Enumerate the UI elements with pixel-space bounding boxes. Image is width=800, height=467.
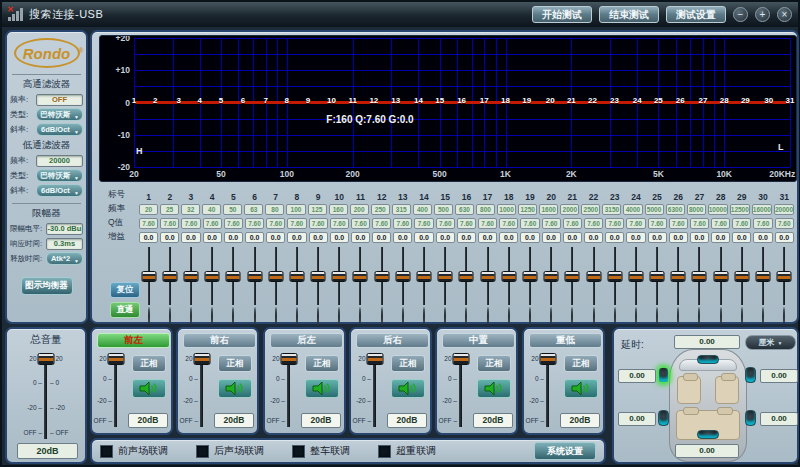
band-freq-field[interactable]: 50: [223, 204, 242, 215]
band-freq-field[interactable]: 16000: [752, 204, 772, 215]
slider-knob[interactable]: [226, 271, 241, 282]
channel-gain-field[interactable]: 20dB: [387, 413, 427, 428]
slider-knob[interactable]: [628, 271, 643, 282]
band-q-field[interactable]: 7.60: [669, 218, 688, 229]
band-gain-field[interactable]: 0.0: [520, 232, 539, 243]
band-point-31[interactable]: 31: [786, 96, 795, 105]
band-gain-field[interactable]: 0.0: [181, 232, 200, 243]
band-gain-field[interactable]: 0.0: [690, 232, 709, 243]
band-point-19[interactable]: 19: [522, 96, 531, 105]
channel-select-3[interactable]: 后左: [270, 333, 343, 348]
band-freq-field[interactable]: 200: [350, 204, 369, 215]
eq-bypass-button[interactable]: 直通: [110, 302, 140, 318]
band-point-29[interactable]: 29: [741, 96, 750, 105]
band-point-4[interactable]: 4: [198, 96, 202, 105]
band-freq-field[interactable]: 125: [308, 204, 327, 215]
band-slider-28[interactable]: [710, 247, 731, 309]
slider-knob[interactable]: [540, 353, 557, 365]
band-freq-field[interactable]: 250: [371, 204, 390, 215]
band-point-21[interactable]: 21: [567, 96, 576, 105]
hpf-slope-dropdown[interactable]: 6dB/Oct▼: [36, 123, 83, 136]
slider-knob[interactable]: [162, 271, 177, 282]
slider-knob[interactable]: [501, 271, 516, 282]
band-point-14[interactable]: 14: [414, 96, 423, 105]
limiter-release-dropdown[interactable]: Atk*2▼: [46, 252, 83, 265]
front-left-speaker-icon[interactable]: [658, 367, 669, 383]
band-point-2[interactable]: 2: [153, 96, 157, 105]
rear-center-delay-field[interactable]: 0.00: [675, 444, 739, 458]
band-slider-10[interactable]: [329, 247, 350, 309]
slider-knob[interactable]: [205, 271, 220, 282]
band-q-field[interactable]: 7.60: [711, 218, 730, 229]
band-gain-field[interactable]: 0.0: [203, 232, 222, 243]
front-left-delay-field[interactable]: 0.00: [618, 369, 656, 383]
channel-mute-button[interactable]: [305, 379, 339, 398]
band-slider-15[interactable]: [435, 247, 456, 309]
band-q-field[interactable]: 7.60: [245, 218, 264, 229]
band-gain-field[interactable]: 0.0: [669, 232, 688, 243]
band-point-3[interactable]: 3: [176, 96, 180, 105]
band-point-12[interactable]: 12: [369, 96, 378, 105]
band-slider-20[interactable]: [541, 247, 562, 309]
channel-mute-button[interactable]: [132, 379, 166, 398]
front-center-speaker-icon[interactable]: [697, 355, 719, 364]
channel-gain-field[interactable]: 20dB: [128, 413, 168, 428]
band-q-field[interactable]: 7.60: [436, 218, 455, 229]
band-point-28[interactable]: 28: [720, 96, 729, 105]
band-q-field[interactable]: 7.60: [351, 218, 370, 229]
band-gain-field[interactable]: 0.0: [414, 232, 433, 243]
hpf-freq-field[interactable]: OFF: [36, 94, 83, 106]
band-gain-field[interactable]: 0.0: [393, 232, 412, 243]
channel-gain-field[interactable]: 20dB: [473, 413, 513, 428]
slider-knob[interactable]: [692, 271, 707, 282]
band-freq-field[interactable]: 32: [181, 204, 200, 215]
band-slider-18[interactable]: [498, 247, 519, 309]
band-slider-30[interactable]: [752, 247, 773, 309]
band-gain-field[interactable]: 0.0: [711, 232, 730, 243]
band-q-field[interactable]: 7.60: [393, 218, 412, 229]
eq-reset-button[interactable]: 复位: [110, 282, 140, 298]
system-settings-button[interactable]: 系统设置: [534, 442, 596, 460]
band-gain-field[interactable]: 0.0: [563, 232, 582, 243]
channel-phase-button[interactable]: 正相: [477, 355, 511, 372]
band-point-13[interactable]: 13: [391, 96, 400, 105]
band-q-field[interactable]: 7.60: [414, 218, 433, 229]
slider-knob[interactable]: [522, 271, 537, 282]
rear-center-speaker-icon[interactable]: [697, 430, 719, 439]
band-slider-19[interactable]: [519, 247, 540, 309]
band-gain-field[interactable]: 0.0: [266, 232, 285, 243]
band-point-9[interactable]: 9: [306, 96, 310, 105]
band-freq-field[interactable]: 20: [139, 204, 158, 215]
band-gain-field[interactable]: 0.0: [605, 232, 624, 243]
slider-knob[interactable]: [459, 271, 474, 282]
channel-select-6[interactable]: 重低: [529, 333, 602, 348]
slider-knob[interactable]: [395, 271, 410, 282]
slider-knob[interactable]: [183, 271, 198, 282]
channel-mute-button[interactable]: [391, 379, 425, 398]
master-volume-field[interactable]: 20dB: [17, 443, 78, 459]
band-gain-field[interactable]: 0.0: [732, 232, 751, 243]
slider-knob[interactable]: [438, 271, 453, 282]
band-q-field[interactable]: 7.60: [478, 218, 497, 229]
checkbox[interactable]: [196, 445, 209, 458]
slider-knob[interactable]: [480, 271, 495, 282]
checkbox[interactable]: [292, 445, 305, 458]
band-q-field[interactable]: 7.60: [648, 218, 667, 229]
band-freq-field[interactable]: 4000: [623, 204, 642, 215]
band-q-field[interactable]: 7.60: [330, 218, 349, 229]
band-slider-3[interactable]: [180, 247, 201, 309]
band-point-17[interactable]: 17: [480, 96, 489, 105]
channel-gain-field[interactable]: 20dB: [214, 413, 254, 428]
band-slider-14[interactable]: [413, 247, 434, 309]
band-slider-1[interactable]: [138, 247, 159, 309]
front-right-speaker-icon[interactable]: [745, 367, 756, 383]
band-point-8[interactable]: 8: [285, 96, 289, 105]
band-gain-field[interactable]: 0.0: [330, 232, 349, 243]
rear-right-speaker-icon[interactable]: [745, 410, 756, 426]
band-q-field[interactable]: 7.60: [139, 218, 158, 229]
band-slider-23[interactable]: [604, 247, 625, 309]
band-gain-field[interactable]: 0.0: [648, 232, 667, 243]
band-q-field[interactable]: 7.60: [753, 218, 772, 229]
slider-knob[interactable]: [367, 353, 384, 365]
band-slider-22[interactable]: [583, 247, 604, 309]
